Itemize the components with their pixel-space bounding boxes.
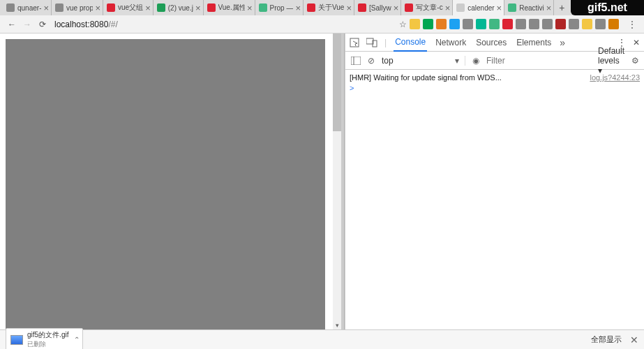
tab-console[interactable]: Console <box>394 34 427 52</box>
extension-icons: ☆ <box>399 19 619 29</box>
devtools-close-button[interactable]: ✕ <box>633 38 640 47</box>
url-path: /#/ <box>108 20 117 29</box>
favicon-icon <box>55 3 63 12</box>
downloads-bar: gif5的文件.gif 已删除 ⌃ 全部显示 ✕ <box>0 329 644 349</box>
browser-tab[interactable]: 写文章-c× <box>401 0 453 15</box>
tab-elements[interactable]: Elements <box>515 34 553 51</box>
favicon-icon <box>358 3 366 12</box>
favicon-icon <box>6 3 15 12</box>
extension-icon[interactable] <box>449 19 460 29</box>
extension-icon[interactable] <box>502 19 513 29</box>
console-body[interactable]: [HMR] Waiting for update signal from WDS… <box>345 70 644 329</box>
forward-button: → <box>20 17 35 32</box>
extension-icon[interactable] <box>529 19 539 29</box>
browser-tab[interactable]: Prop —× <box>255 0 304 15</box>
tab-sources[interactable]: Sources <box>474 34 508 51</box>
close-icon[interactable]: × <box>394 3 399 13</box>
close-icon[interactable]: × <box>145 3 151 13</box>
tab-title: (2) vue.j <box>168 4 193 12</box>
close-icon[interactable]: × <box>546 3 552 13</box>
browser-tab[interactable]: calender× <box>453 0 504 15</box>
back-button[interactable]: ← <box>4 17 20 32</box>
downloads-close-button[interactable]: ✕ <box>630 334 638 346</box>
close-icon[interactable]: × <box>95 3 100 13</box>
console-log-line: [HMR] Waiting for update signal from WDS… <box>350 73 640 82</box>
download-filename: gif5的文件.gif <box>27 330 68 340</box>
close-icon[interactable]: × <box>295 3 301 13</box>
console-prompt[interactable]: > <box>350 84 640 92</box>
scrollbar-down-icon[interactable]: ▾ <box>333 321 341 329</box>
extension-icon[interactable] <box>463 19 473 29</box>
close-icon[interactable]: × <box>195 3 201 13</box>
clear-console-icon[interactable]: ⊘ <box>368 56 375 66</box>
favicon-icon <box>508 3 516 12</box>
extension-icon[interactable] <box>582 19 592 29</box>
log-source-link[interactable]: log.js?4244:23 <box>590 73 640 82</box>
extension-icon[interactable] <box>555 19 566 29</box>
tab-title: Vue.属性 <box>218 3 245 13</box>
star-icon[interactable]: ☆ <box>399 20 407 29</box>
inspect-icon[interactable] <box>350 38 359 47</box>
close-icon[interactable]: × <box>445 3 451 13</box>
devtools-panel: | Console Network Sources Elements » ⋮ ✕… <box>345 34 644 329</box>
tab-title: calender <box>467 4 494 12</box>
device-toggle-icon[interactable] <box>366 38 377 47</box>
live-expression-icon[interactable]: ◉ <box>472 56 479 66</box>
url-input[interactable]: localhost:8080/#/ <box>54 20 395 29</box>
extension-icon[interactable] <box>410 19 420 29</box>
browser-tab[interactable]: vue父组× <box>103 0 153 15</box>
close-icon[interactable]: × <box>346 3 352 13</box>
address-bar: ← → ⟳ localhost:8080/#/ ☆ ⋮ <box>0 15 644 34</box>
browser-tab[interactable]: Reactivi× <box>504 0 554 15</box>
app-grey-box <box>6 39 325 329</box>
browser-tab[interactable]: qunaer-× <box>3 0 52 15</box>
favicon-icon <box>157 3 165 12</box>
download-status: 已删除 <box>27 340 68 349</box>
extension-icon[interactable] <box>608 19 619 29</box>
favicon-icon <box>107 3 115 12</box>
browser-tab[interactable]: vue prop× <box>52 0 103 15</box>
context-selector[interactable]: top ▾ <box>382 56 465 66</box>
new-tab-button[interactable]: + <box>554 0 569 15</box>
tab-title: qunaer- <box>17 4 41 12</box>
page-scrollbar[interactable]: ▾ <box>333 34 341 329</box>
console-settings-icon[interactable]: ⚙ <box>631 56 639 66</box>
download-item[interactable]: gif5的文件.gif 已删除 ⌃ <box>6 328 83 349</box>
tab-title: vue父组 <box>118 3 143 13</box>
favicon-icon <box>456 3 465 12</box>
favicon-icon <box>259 3 267 12</box>
browser-tab[interactable]: [Sallyw× <box>354 0 401 15</box>
browser-tab-strip: qunaer-×vue prop×vue父组×(2) vue.j×Vue.属性×… <box>0 0 644 15</box>
close-icon[interactable]: × <box>43 3 49 13</box>
show-all-downloads-link[interactable]: 全部显示 <box>591 334 622 345</box>
reload-button[interactable]: ⟳ <box>35 17 50 32</box>
browser-tab[interactable]: (2) vue.j× <box>153 0 204 15</box>
extension-icon[interactable] <box>436 19 447 29</box>
extension-icon[interactable] <box>569 19 579 29</box>
browser-tab[interactable]: Vue.属性× <box>204 0 255 15</box>
watermark: gif5.net <box>571 0 644 15</box>
close-icon[interactable]: × <box>247 3 253 13</box>
tabs-overflow-icon[interactable]: » <box>560 37 565 48</box>
extension-icon[interactable] <box>476 19 486 29</box>
log-message: [HMR] Waiting for update signal from WDS… <box>350 73 502 82</box>
console-filter-input[interactable] <box>486 56 591 66</box>
tab-network[interactable]: Network <box>434 34 467 51</box>
scrollbar-thumb[interactable] <box>333 34 341 131</box>
extension-icon[interactable] <box>595 19 606 29</box>
extension-icon[interactable] <box>489 19 500 29</box>
url-host: localhost:8080 <box>54 20 108 29</box>
close-icon[interactable]: × <box>497 3 502 13</box>
menu-button[interactable]: ⋮ <box>624 17 640 32</box>
file-icon <box>10 335 23 345</box>
extension-icon[interactable] <box>542 19 553 29</box>
separator: | <box>384 38 387 47</box>
tab-title: 写文章-c <box>416 3 442 13</box>
chevron-up-icon[interactable]: ⌃ <box>74 336 80 343</box>
sidebar-toggle-icon[interactable] <box>351 57 361 65</box>
svg-rect-0 <box>350 38 359 47</box>
browser-tab[interactable]: 关于Vue× <box>304 0 354 15</box>
svg-rect-3 <box>351 57 361 65</box>
extension-icon[interactable] <box>423 19 433 29</box>
extension-icon[interactable] <box>516 19 526 29</box>
